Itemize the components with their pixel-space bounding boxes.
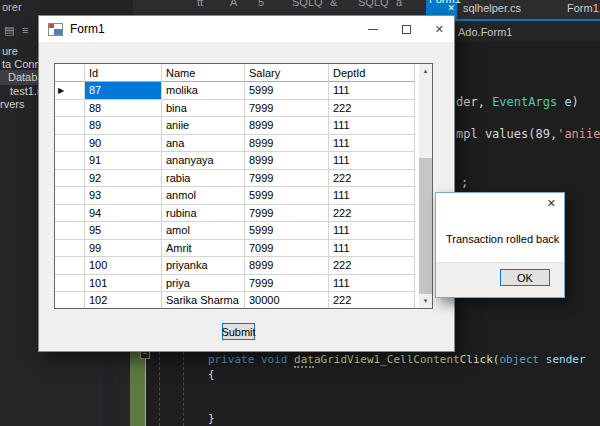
code-line-open-brace[interactable]: {: [208, 368, 215, 381]
grid-cell[interactable]: 222: [329, 100, 415, 118]
grid-cell[interactable]: 222: [329, 257, 415, 275]
grid-cell[interactable]: 89: [85, 117, 162, 135]
code-line-eventargs[interactable]: der, EventArgs e): [456, 95, 579, 109]
close-icon[interactable]: ✕: [447, 3, 455, 13]
grid-cell[interactable]: bina: [162, 100, 245, 118]
grid-cell[interactable]: 93: [85, 187, 162, 205]
grid-cell[interactable]: 8999: [245, 257, 329, 275]
grid-cell[interactable]: 222: [329, 170, 415, 188]
grid-cell[interactable]: 222: [329, 205, 415, 223]
code-line-semicolon[interactable]: ;: [461, 175, 468, 189]
table-row[interactable]: 101priya7999111: [55, 275, 432, 293]
scroll-up-icon[interactable]: ▲: [419, 64, 432, 78]
table-row[interactable]: 94rubina7999222: [55, 205, 432, 223]
grid-cell[interactable]: ana: [162, 135, 245, 153]
grid-cell[interactable]: 99: [85, 240, 162, 258]
maximize-icon[interactable]: [402, 25, 411, 34]
grid-cell[interactable]: anmol: [162, 187, 245, 205]
grid-header-cell[interactable]: Salary: [245, 64, 329, 82]
vertical-scrollbar[interactable]: ▲ ▼: [419, 64, 432, 308]
row-header-cell[interactable]: [55, 187, 85, 205]
grid-cell[interactable]: Sarika Sharma: [162, 292, 245, 309]
table-row[interactable]: 95amol5999111: [55, 222, 432, 240]
code-line-method-signature[interactable]: private void dataGridView1_CellContentCl…: [208, 353, 586, 366]
grid-cell[interactable]: 7999: [245, 205, 329, 223]
row-header-cell[interactable]: [55, 135, 85, 153]
grid-cell[interactable]: 8999: [245, 135, 329, 153]
table-row[interactable]: 91ananyaya8999111: [55, 152, 432, 170]
grid-cell[interactable]: molika: [162, 82, 245, 100]
table-row[interactable]: 89aniie8999111: [55, 117, 432, 135]
grid-header-cell[interactable]: Id: [85, 64, 162, 82]
grid-cell[interactable]: 102: [85, 292, 162, 309]
grid-cell[interactable]: 222: [329, 292, 415, 309]
tree-item-servers[interactable]: rvers: [0, 98, 24, 110]
row-header-cell[interactable]: [55, 292, 85, 309]
grid-cell[interactable]: 5999: [245, 82, 329, 100]
row-header-cell[interactable]: [55, 240, 85, 258]
code-line-close-brace[interactable]: }: [208, 412, 215, 425]
tab-sqlhelper[interactable]: sqlhelper.cs: [463, 2, 521, 14]
grid-cell[interactable]: rabia: [162, 170, 245, 188]
grid-cell[interactable]: 7999: [245, 170, 329, 188]
grid-corner-cell[interactable]: [55, 64, 85, 82]
table-row[interactable]: 92rabia7999222: [55, 170, 432, 188]
close-icon[interactable]: ✕: [435, 24, 444, 35]
grid-cell[interactable]: priya: [162, 275, 245, 293]
table-row[interactable]: 102Sarika Sharma30000222: [55, 292, 432, 309]
ok-button[interactable]: OK: [500, 269, 550, 286]
row-header-cell[interactable]: [55, 170, 85, 188]
tab-form1-cs[interactable]: Form1.cs: [567, 2, 600, 14]
table-row[interactable]: 90ana8999111: [55, 135, 432, 153]
grid-cell[interactable]: 100: [85, 257, 162, 275]
table-row[interactable]: 100priyanka8999222: [55, 257, 432, 275]
grid-cell[interactable]: aniie: [162, 117, 245, 135]
grid-cell[interactable]: 88: [85, 100, 162, 118]
grid-cell[interactable]: amol: [162, 222, 245, 240]
grid-cell[interactable]: 111: [329, 222, 415, 240]
scrollbar-thumb[interactable]: [419, 78, 432, 158]
grid-cell[interactable]: 91: [85, 152, 162, 170]
grid-cell[interactable]: 90: [85, 135, 162, 153]
form-titlebar[interactable]: Form1 ✕: [39, 16, 454, 42]
grid-cell[interactable]: 5999: [245, 187, 329, 205]
tree-item-azure[interactable]: ure: [2, 45, 18, 57]
row-header-cell[interactable]: [55, 257, 85, 275]
grid-cell[interactable]: 95: [85, 222, 162, 240]
grid-cell[interactable]: 94: [85, 205, 162, 223]
tree-item-data-connections[interactable]: ta Conn: [2, 58, 41, 70]
submit-button[interactable]: Submit: [222, 323, 255, 340]
table-row[interactable]: 99Amrit7099111: [55, 240, 432, 258]
grid-header-cell[interactable]: Name: [162, 64, 245, 82]
row-header-cell[interactable]: [55, 152, 85, 170]
grid-cell[interactable]: 111: [329, 240, 415, 258]
grid-cell[interactable]: 92: [85, 170, 162, 188]
grid-cell[interactable]: 7999: [245, 275, 329, 293]
grid-cell[interactable]: 111: [329, 82, 415, 100]
row-header-cell[interactable]: [55, 275, 85, 293]
grid-cell[interactable]: 111: [329, 187, 415, 205]
scroll-down-icon[interactable]: ▼: [419, 294, 432, 308]
grid-cell[interactable]: 8999: [245, 117, 329, 135]
row-header-cell[interactable]: [55, 100, 85, 118]
grid-cell[interactable]: 7999: [245, 100, 329, 118]
grid-cell[interactable]: 111: [329, 275, 415, 293]
table-row[interactable]: 93anmol5999111: [55, 187, 432, 205]
minimize-icon[interactable]: [368, 29, 378, 30]
table-row[interactable]: ▶87molika5999111: [55, 82, 432, 100]
grid-cell[interactable]: Amrit: [162, 240, 245, 258]
grid-cell[interactable]: rubina: [162, 205, 245, 223]
grid-cell[interactable]: 101: [85, 275, 162, 293]
grid-cell[interactable]: 87: [85, 82, 162, 100]
grid-header-cell[interactable]: DeptId: [329, 64, 415, 82]
grid-cell[interactable]: 111: [329, 152, 415, 170]
grid-cell[interactable]: priyanka: [162, 257, 245, 275]
grid-cell[interactable]: 8999: [245, 152, 329, 170]
grid-cell[interactable]: 5999: [245, 222, 329, 240]
grid-cell[interactable]: 30000: [245, 292, 329, 309]
panel-toolbar-icon-2[interactable]: ≡: [22, 24, 28, 36]
breadcrumb[interactable]: Ado.Form1: [455, 21, 600, 41]
grid-cell[interactable]: 111: [329, 117, 415, 135]
grid-cell[interactable]: 7099: [245, 240, 329, 258]
row-header-cell[interactable]: ▶: [55, 82, 85, 100]
